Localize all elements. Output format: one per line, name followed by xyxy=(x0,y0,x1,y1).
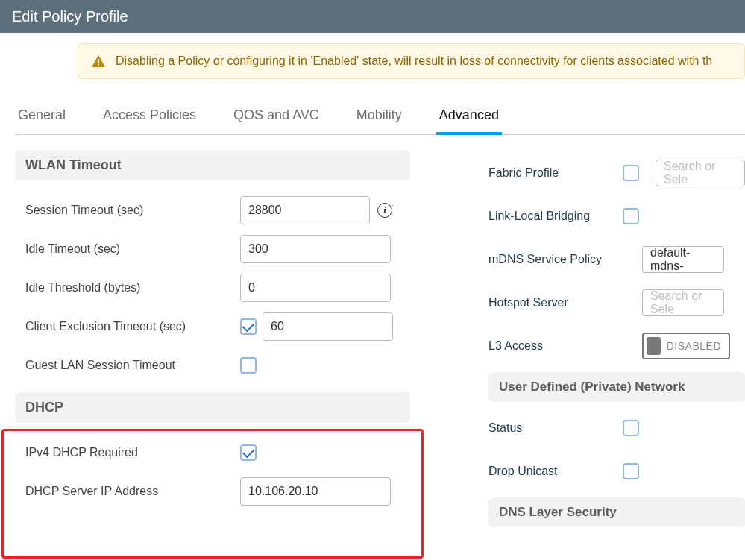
client-exclusion-input[interactable] xyxy=(263,312,393,341)
mdns-service-policy-label: mDNS Service Policy xyxy=(488,252,623,266)
section-dhcp: DHCP xyxy=(15,392,410,423)
page-title: Edit Policy Profile xyxy=(12,8,128,25)
idle-timeout-label: Idle Timeout (sec) xyxy=(25,242,240,256)
title-bar: Edit Policy Profile xyxy=(0,0,745,33)
section-wlan-timeout: WLAN Timeout xyxy=(15,150,410,180)
tabs: General Access Policies QOS and AVC Mobi… xyxy=(15,107,745,135)
warning-icon xyxy=(92,55,105,67)
drop-unicast-checkbox[interactable] xyxy=(623,463,639,479)
guest-lan-checkbox[interactable] xyxy=(240,357,257,374)
section-dns-layer-security: DNS Layer Security xyxy=(488,497,745,527)
status-label: Status xyxy=(488,421,623,435)
svg-rect-0 xyxy=(98,59,99,63)
l3-access-toggle[interactable]: DISABLED xyxy=(642,333,730,359)
tab-mobility[interactable]: Mobility xyxy=(353,107,405,135)
fabric-profile-checkbox[interactable] xyxy=(623,165,639,181)
guest-lan-label: Guest LAN Session Timeout xyxy=(25,359,240,372)
link-local-bridging-label: Link-Local Bridging xyxy=(488,210,623,223)
session-timeout-input[interactable] xyxy=(240,196,370,224)
svg-rect-1 xyxy=(98,64,99,66)
tab-qos-avc[interactable]: QOS and AVC xyxy=(230,107,322,135)
hotspot-server-label: Hotspot Server xyxy=(488,296,623,309)
tab-access-policies[interactable]: Access Policies xyxy=(100,107,199,135)
hotspot-server-select[interactable]: Search or Sele xyxy=(642,289,724,316)
fabric-profile-select[interactable]: Search or Sele xyxy=(656,160,745,186)
fabric-profile-label: Fabric Profile xyxy=(488,166,623,180)
client-exclusion-label: Client Exclusion Timeout (sec) xyxy=(25,320,240,333)
warning-text: Disabling a Policy or configuring it in … xyxy=(116,54,712,68)
idle-timeout-input[interactable] xyxy=(240,235,391,263)
tab-general[interactable]: General xyxy=(15,107,69,135)
toggle-knob-icon xyxy=(647,337,661,355)
idle-threshold-input[interactable] xyxy=(240,274,391,302)
drop-unicast-label: Drop Unicast xyxy=(488,465,623,478)
mdns-value: default-mdns- xyxy=(650,246,716,273)
ipv4-dhcp-required-checkbox[interactable] xyxy=(240,444,257,461)
status-checkbox[interactable] xyxy=(623,420,639,436)
ipv4-dhcp-required-label: IPv4 DHCP Required xyxy=(25,446,240,459)
section-user-defined-network: User Defined (Private) Network xyxy=(488,372,745,402)
fabric-profile-placeholder: Search or Sele xyxy=(664,160,737,186)
dhcp-server-ip-input[interactable] xyxy=(240,477,391,506)
hotspot-placeholder: Search or Sele xyxy=(650,289,716,316)
warning-banner: Disabling a Policy or configuring it in … xyxy=(78,43,745,79)
mdns-service-policy-select[interactable]: default-mdns- xyxy=(642,246,724,273)
tab-advanced[interactable]: Advanced xyxy=(436,107,502,135)
session-timeout-label: Session Timeout (sec) xyxy=(25,204,240,217)
dhcp-server-ip-label: DHCP Server IP Address xyxy=(25,485,240,498)
client-exclusion-checkbox[interactable] xyxy=(240,318,257,335)
idle-threshold-label: Idle Threshold (bytes) xyxy=(25,281,240,295)
l3-access-value: DISABLED xyxy=(667,340,721,352)
link-local-bridging-checkbox[interactable] xyxy=(623,208,639,224)
l3-access-label: L3 Access xyxy=(488,339,623,353)
info-icon[interactable]: i xyxy=(377,203,392,218)
